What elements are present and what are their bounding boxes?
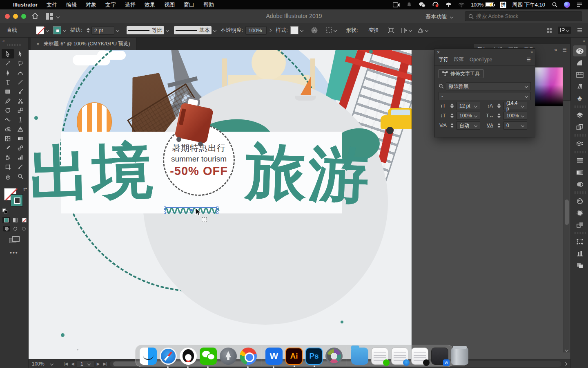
default-fill-stroke-icon[interactable] <box>2 209 7 213</box>
pathfinder-panel-icon[interactable] <box>573 260 586 271</box>
selection-handle[interactable] <box>164 206 166 209</box>
spotlight-icon[interactable] <box>551 2 558 8</box>
menu-file[interactable]: 文件 <box>47 1 57 9</box>
wechat-status-icon[interactable] <box>419 2 426 8</box>
dock-wps-office[interactable]: W <box>265 348 283 365</box>
dock-photoshop[interactable]: Ps <box>305 348 323 365</box>
menu-help[interactable]: 帮助 <box>203 1 214 9</box>
tool-scissors[interactable] <box>14 96 27 105</box>
toolbar-grip[interactable] <box>7 44 21 46</box>
kerning-stepper[interactable] <box>450 123 454 128</box>
color-spectrum-picker[interactable] <box>535 67 563 106</box>
tool-symbol-sprayer[interactable] <box>2 153 14 162</box>
selection-handle[interactable] <box>216 206 218 209</box>
tool-slice[interactable] <box>14 162 27 171</box>
wifi-icon[interactable] <box>458 2 465 8</box>
cc-libraries-panel-icon[interactable] <box>573 195 586 206</box>
tab-opentype[interactable]: OpenType <box>470 57 492 63</box>
dock-qq[interactable] <box>180 348 197 365</box>
horizontal-scale-stepper[interactable] <box>497 113 501 118</box>
draw-normal-button[interactable] <box>3 226 10 231</box>
prev-artboard-button[interactable]: ◀ <box>71 361 74 366</box>
tool-rotate[interactable] <box>2 105 14 115</box>
leading-field[interactable]: (14.4 p <box>503 102 527 110</box>
artboard-navigation-field[interactable]: 1 <box>77 360 94 368</box>
transform-panel-icon[interactable] <box>573 236 586 247</box>
paint-gradient-button[interactable] <box>11 217 19 223</box>
scroll-down-chevron[interactable] <box>565 348 568 352</box>
vertical-scale-stepper[interactable] <box>450 113 454 118</box>
align-to-selection-icon[interactable] <box>325 26 334 35</box>
dock-downloads-folder[interactable] <box>351 348 368 365</box>
dock-wechat[interactable] <box>200 348 217 365</box>
font-size-stepper[interactable] <box>450 103 454 108</box>
tool-direct-selection[interactable] <box>2 49 14 58</box>
dock-launchpad[interactable] <box>220 348 237 365</box>
image-trace-panel-icon[interactable] <box>573 207 586 218</box>
tool-perspective-grid[interactable] <box>14 124 27 134</box>
selection-center-point[interactable] <box>190 209 193 211</box>
menu-type[interactable]: 文字 <box>105 1 116 9</box>
tool-selection[interactable] <box>14 49 27 58</box>
transform-button[interactable]: 变换 <box>369 27 379 34</box>
distribute-icon[interactable] <box>400 26 409 35</box>
tool-pen[interactable] <box>2 68 14 77</box>
panel-menu-icon[interactable]: ☰ <box>562 47 567 53</box>
tool-paintbrush[interactable] <box>14 87 27 96</box>
first-artboard-button[interactable]: |◀ <box>64 361 68 366</box>
brush-definition-dropdown[interactable]: 基本 <box>174 26 212 34</box>
paint-color-button[interactable] <box>2 217 10 223</box>
tool-pencil[interactable] <box>2 96 14 105</box>
dock-illustrator[interactable]: Ai <box>285 348 303 365</box>
selected-wave-object[interactable] <box>163 204 220 218</box>
touch-type-tool-button[interactable]: 修饰文字工具 <box>439 69 483 78</box>
transparency-panel-icon[interactable] <box>573 179 586 190</box>
tool-eyedropper[interactable] <box>2 143 14 153</box>
menu-window[interactable]: 窗口 <box>184 1 194 9</box>
tab-character[interactable]: 字符 <box>439 56 448 63</box>
dock-safari[interactable] <box>160 348 177 365</box>
drive-status-icon[interactable] <box>432 2 439 8</box>
dock-minimized-document[interactable] <box>371 348 388 365</box>
layers-panel-icon[interactable] <box>573 110 586 121</box>
leading-stepper[interactable] <box>497 103 501 108</box>
vpn-status-icon[interactable] <box>445 2 452 8</box>
adobe-stock-search[interactable]: 搜索 Adobe Stock <box>465 11 582 21</box>
tool-line-segment[interactable] <box>14 77 27 87</box>
tool-lasso[interactable] <box>14 58 27 68</box>
stroke-proxy-teal[interactable] <box>11 194 23 206</box>
toolbar-collapse-icon[interactable]: ‹‹ <box>2 39 4 43</box>
tool-gradient[interactable] <box>14 134 27 143</box>
tool-shape-builder[interactable] <box>2 124 14 134</box>
panel-close-icon[interactable]: × <box>437 49 440 55</box>
artboard[interactable]: 出境 旅游 暑期特惠出行 summer tourism -50% OFF <box>29 50 412 359</box>
next-artboard-button[interactable]: ▶ <box>97 361 100 366</box>
color-guide-panel-icon[interactable] <box>573 57 586 68</box>
tracking-field[interactable]: 0 <box>503 121 527 130</box>
stroke-weight-stepper[interactable] <box>87 28 90 33</box>
screen-record-icon[interactable] <box>392 2 400 8</box>
draw-inside-button[interactable] <box>20 226 27 231</box>
artboards-panel-icon[interactable] <box>573 121 586 132</box>
zoom-level-control[interactable]: 100% <box>29 361 64 367</box>
recolor-artwork-icon[interactable] <box>310 26 319 35</box>
menu-select[interactable]: 选择 <box>125 1 136 9</box>
width-profile-chevron[interactable] <box>164 26 171 35</box>
document-tab[interactable]: × 未标题-6* @ 100% (CMYK/GPU 预览) <box>31 38 136 50</box>
isolate-object-icon[interactable] <box>387 26 396 35</box>
paint-none-button[interactable] <box>20 217 28 223</box>
horizontal-scale-field[interactable]: 100% <box>503 112 527 120</box>
dock-minimized-list-window[interactable] <box>411 348 428 365</box>
dock-minimized-dark-window[interactable]: W <box>431 348 448 365</box>
font-size-field[interactable]: 12 pt <box>457 102 480 110</box>
notification-bell-icon[interactable] <box>405 2 413 8</box>
tool-type[interactable] <box>2 77 14 87</box>
links-panel-icon[interactable] <box>573 219 586 230</box>
panel-dock-expand-icon[interactable]: ‹‹ <box>583 39 585 43</box>
shape-mode-chevron[interactable] <box>425 29 428 32</box>
align-chevron[interactable] <box>334 29 337 32</box>
properties-panel-toggle[interactable] <box>558 27 571 34</box>
swatches-panel-icon[interactable] <box>573 69 586 80</box>
font-style-field[interactable]: - <box>439 92 531 100</box>
character-panel-menu-icon[interactable]: ☰ <box>526 57 531 63</box>
